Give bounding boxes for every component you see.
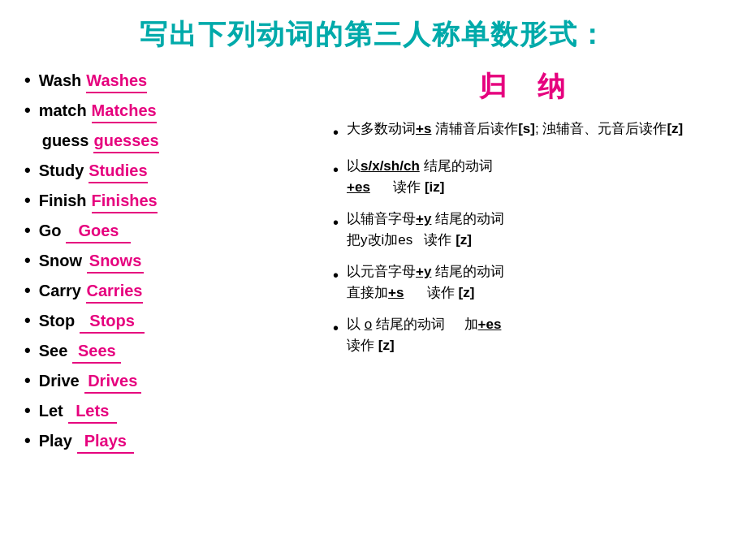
bullet: •	[24, 158, 31, 183]
list-item: • match Matches	[24, 98, 317, 123]
list-item: • Go Goes	[24, 218, 317, 243]
bullet: •	[24, 68, 31, 93]
verb-word: Let	[39, 399, 63, 422]
list-item: • 以 o 结尾的动词 加+es 读作 [z]	[333, 314, 723, 355]
list-item: • Let Lets	[24, 398, 317, 424]
verb-word: Stop	[39, 309, 75, 332]
verb-answer: Lets	[68, 399, 117, 424]
verb-word: match	[39, 99, 87, 122]
verb-answer: Stops	[80, 309, 145, 334]
bullet: •	[333, 316, 339, 340]
rule-text: 以s/x/sh/ch 结尾的动词 +es 读作 [iz]	[347, 156, 493, 197]
verb-word: Finish	[39, 189, 87, 212]
list-item: guess guesses	[24, 128, 317, 153]
list-item: • Carry Carries	[24, 278, 317, 304]
bullet: •	[24, 429, 31, 454]
bullet: •	[24, 368, 31, 394]
bullet: •	[24, 218, 31, 243]
bullet: •	[24, 398, 31, 424]
list-item: • Play Plays	[24, 429, 317, 454]
verb-word: Snow	[39, 249, 82, 272]
verb-word: guess	[37, 129, 89, 152]
verb-answer: Drives	[84, 369, 141, 394]
bullet: •	[24, 278, 31, 304]
verb-word: Study	[39, 159, 84, 182]
bullet: •	[24, 248, 31, 274]
rule-text: 以元音字母+y 结尾的动词 直接加+s 读作 [z]	[347, 261, 504, 303]
bullet: •	[333, 263, 339, 287]
list-item: • Drive Drives	[24, 368, 317, 394]
verb-word: Wash	[39, 69, 82, 92]
list-item: • 以元音字母+y 结尾的动词 直接加+s 读作 [z]	[333, 261, 723, 303]
left-column: • Wash Washes • match Matches guess gues…	[24, 68, 317, 459]
verb-list: • Wash Washes • match Matches guess gues…	[24, 68, 317, 454]
bullet: •	[333, 210, 339, 235]
list-item: • Wash Washes	[24, 68, 317, 93]
page-title: 写出下列动词的第三人称单数形式：	[24, 16, 723, 54]
verb-answer: Plays	[77, 429, 134, 454]
content-wrapper: • Wash Washes • match Matches guess gues…	[24, 68, 723, 459]
bullet: •	[24, 98, 31, 123]
list-item: • 大多数动词+s 清辅音后读作[s]; 浊辅音、元音后读作[z]	[333, 118, 723, 144]
verb-answer: Studies	[89, 159, 147, 183]
verb-answer: Washes	[86, 69, 147, 93]
verb-word: See	[39, 339, 68, 362]
summary-title: 归 纳	[333, 68, 723, 106]
rule-text: 以辅音字母+y 结尾的动词 把y改i加es 读作 [z]	[347, 209, 504, 250]
verb-answer: Carries	[86, 279, 143, 304]
rule-list: • 大多数动词+s 清辅音后读作[s]; 浊辅音、元音后读作[z] • 以s/x…	[333, 118, 723, 355]
bullet	[24, 128, 29, 153]
verb-answer: Snows	[87, 249, 144, 274]
bullet: •	[333, 157, 339, 182]
verb-answer: Finishes	[92, 189, 158, 213]
verb-word: Carry	[39, 279, 81, 302]
verb-word: Drive	[39, 369, 80, 392]
verb-answer: Matches	[92, 99, 157, 123]
rule-text: 以 o 结尾的动词 加+es 读作 [z]	[347, 314, 501, 355]
verb-answer: Goes	[66, 219, 131, 243]
right-column: 归 纳 • 大多数动词+s 清辅音后读作[s]; 浊辅音、元音后读作[z] • …	[317, 68, 723, 459]
bullet: •	[24, 338, 31, 364]
verb-word: Play	[39, 429, 72, 452]
bullet: •	[24, 308, 31, 334]
verb-word: Go	[39, 219, 62, 242]
verb-answer: Sees	[72, 339, 121, 364]
list-item: • Stop Stops	[24, 308, 317, 334]
bullet: •	[333, 120, 339, 144]
page: 写出下列动词的第三人称单数形式： • Wash Washes • match M…	[0, 0, 747, 560]
list-item: • Finish Finishes	[24, 188, 317, 213]
list-item: • See Sees	[24, 338, 317, 364]
verb-answer: guesses	[93, 129, 158, 153]
list-item: • 以s/x/sh/ch 结尾的动词 +es 读作 [iz]	[333, 156, 723, 197]
list-item: • 以辅音字母+y 结尾的动词 把y改i加es 读作 [z]	[333, 209, 723, 250]
rule-text: 大多数动词+s 清辅音后读作[s]; 浊辅音、元音后读作[z]	[347, 118, 683, 140]
list-item: • Snow Snows	[24, 248, 317, 274]
list-item: • Study Studies	[24, 158, 317, 183]
bullet: •	[24, 188, 31, 213]
